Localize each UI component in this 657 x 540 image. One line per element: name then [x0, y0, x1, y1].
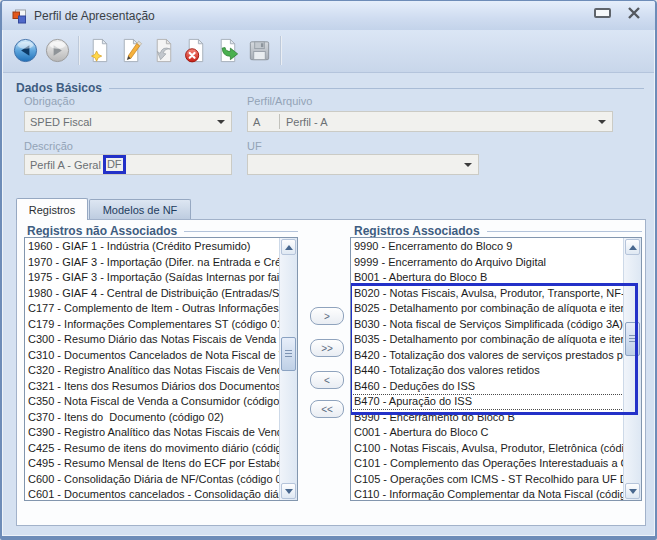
triangle-up-icon — [285, 245, 293, 250]
toolbar-separator — [280, 36, 282, 65]
list-item[interactable]: 9990 - Encerramento do Bloco 9 — [351, 239, 624, 255]
list-item[interactable]: C300 - Resumo Diário das Notas Fiscais d… — [25, 332, 280, 348]
scrollbar-thumb[interactable] — [625, 322, 640, 356]
delete-record-button[interactable] — [181, 36, 210, 65]
descricao-textbox[interactable]: Perfil A - Geral DF — [24, 154, 232, 175]
list-item[interactable]: C495 - Resumo Mensal de Itens do ECF por… — [25, 456, 280, 472]
list-item[interactable]: 1975 - GIAF 3 - Importação (Saídas Inter… — [25, 270, 280, 286]
edit-record-button[interactable] — [117, 36, 146, 65]
back-button[interactable] — [11, 36, 40, 65]
list-item[interactable]: 1970 - GIAF 3 - Importação (Difer. na En… — [25, 255, 280, 271]
list-item[interactable]: B035 - Detalhamento por combinação de al… — [351, 332, 624, 348]
chevron-down-icon — [217, 120, 225, 124]
list-item[interactable]: B440 - Totalização dos valores retidos — [351, 363, 624, 379]
move-right-button[interactable]: > — [310, 307, 344, 325]
list-item[interactable]: C600 - Consolidação Diária de NF/Contas … — [25, 472, 280, 488]
list-item[interactable]: 1980 - GIAF 4 - Central de Distribuição … — [25, 286, 280, 302]
undo-icon — [150, 37, 177, 64]
obrigacao-combobox[interactable]: SPED Fiscal — [24, 111, 232, 132]
tab-modelos-de-nf[interactable]: Modelos de NF — [89, 199, 191, 220]
scroll-down-button[interactable] — [281, 483, 296, 499]
list-item[interactable]: 1960 - GIAF 1 - Indústria (Crédito Presu… — [25, 239, 280, 255]
list-item[interactable]: B020 - Notas Fiscais, Avulsa, Produtor, … — [351, 286, 624, 302]
perfil-arquivo-combobox[interactable]: A Perfil - A — [247, 111, 613, 132]
list-item[interactable]: B470 - Apuração do ISS — [351, 394, 624, 410]
list-item[interactable]: C390 - Registro Analítico das Notas Fisc… — [25, 425, 280, 441]
list-item[interactable]: C370 - Itens do Documento (código 02) — [25, 410, 280, 426]
delete-record-icon — [182, 37, 209, 64]
list-item[interactable]: C177 - Complemento de Item - Outras Info… — [25, 301, 280, 317]
list-item[interactable]: 9999 - Encerramento do Arquivo Digital — [351, 255, 624, 271]
triangle-down-icon — [629, 489, 637, 494]
perfil-code: A — [253, 116, 279, 128]
save-icon — [246, 37, 273, 64]
scrollbar-thumb[interactable] — [281, 337, 296, 371]
right-list-scrollbar[interactable] — [623, 238, 641, 500]
tab-label: Registros — [29, 204, 75, 216]
tab-registros[interactable]: Registros — [16, 198, 88, 220]
list-item[interactable]: C110 - Informação Complementar da Nota F… — [351, 487, 624, 500]
list-title: Registros não Associados — [27, 224, 177, 238]
save-button[interactable] — [245, 36, 274, 65]
forward-icon — [44, 37, 71, 64]
button-label: < — [324, 375, 330, 386]
dialog-window: Perfil de Apresentação — [0, 0, 657, 540]
perfil-arquivo-label: Perfil/Arquivo — [247, 95, 312, 107]
chevron-down-icon — [464, 163, 472, 167]
left-list-scrollbar[interactable] — [279, 238, 297, 500]
list-item[interactable]: B025 - Detalhamento por combinação de al… — [351, 301, 624, 317]
scroll-up-button[interactable] — [625, 239, 640, 255]
edit-record-icon — [118, 37, 145, 64]
import-button[interactable] — [213, 36, 242, 65]
dados-basicos-group: Dados Básicos — [16, 81, 644, 95]
undo-button[interactable] — [149, 36, 178, 65]
list-item[interactable]: B030 - Nota fiscal de Serviços Simplific… — [351, 317, 624, 333]
list-item[interactable]: C321 - Itens dos Resumos Diários dos Doc… — [25, 379, 280, 395]
list-item[interactable]: C179 - Informações Complementares ST (có… — [25, 317, 280, 333]
registros-associados-listbox[interactable]: 9990 - Encerramento do Bloco 99999 - Enc… — [350, 237, 642, 501]
list-item[interactable]: B990 - Encerramento do Bloco B — [351, 410, 624, 426]
list-item[interactable]: C101 - Complemento das Operações Interes… — [351, 456, 624, 472]
move-all-left-button[interactable]: << — [310, 400, 344, 418]
registros-nao-associados-group: Registros não Associados — [27, 224, 298, 238]
list-item[interactable]: C601 - Documentos cancelados - Consolida… — [25, 487, 280, 500]
chevron-down-icon — [598, 120, 606, 124]
list-item[interactable]: C001 - Abertura do Bloco C — [351, 425, 624, 441]
toolbar — [3, 30, 654, 73]
list-item[interactable]: B001 - Abertura do Bloco B — [351, 270, 624, 286]
perfil-value: Perfil - A — [286, 116, 328, 128]
combo-divider — [279, 114, 280, 129]
title-bar[interactable]: Perfil de Apresentação — [2, 1, 655, 30]
triangle-up-icon — [629, 245, 637, 250]
close-button[interactable] — [627, 7, 641, 19]
list-item[interactable]: C350 - Nota Fiscal de Venda a Consumidor… — [25, 394, 280, 410]
registros-nao-associados-listbox[interactable]: 1960 - GIAF 1 - Indústria (Crédito Presu… — [24, 237, 298, 501]
back-icon — [12, 37, 39, 64]
import-icon — [214, 37, 241, 64]
group-title: Dados Básicos — [16, 81, 102, 95]
list-title: Registros Associados — [354, 224, 480, 238]
descricao-label: Descrição — [24, 140, 73, 152]
list-item[interactable]: B420 - Totalização dos valores de serviç… — [351, 348, 624, 364]
minimize-button[interactable] — [594, 8, 611, 18]
scroll-down-button[interactable] — [625, 483, 640, 499]
button-label: >> — [321, 343, 333, 354]
uf-combobox[interactable] — [247, 154, 479, 175]
list-item[interactable]: C310 - Documentos Cancelados de Nota Fis… — [25, 348, 280, 364]
list-items: 9990 - Encerramento do Bloco 99999 - Enc… — [351, 239, 624, 500]
list-item[interactable]: B460 - Deduções do ISS — [351, 379, 624, 395]
scroll-up-button[interactable] — [281, 239, 296, 255]
triangle-down-icon — [285, 489, 293, 494]
descricao-value: Perfil A - Geral — [30, 159, 101, 171]
new-record-button[interactable] — [85, 36, 114, 65]
move-left-button[interactable]: < — [310, 371, 344, 389]
obrigacao-value: SPED Fiscal — [30, 116, 92, 128]
button-label: > — [324, 311, 330, 322]
window-title: Perfil de Apresentação — [34, 9, 155, 23]
list-item[interactable]: C105 - Operações com ICMS - ST Recolhido… — [351, 472, 624, 488]
move-all-right-button[interactable]: >> — [310, 339, 344, 357]
list-item[interactable]: C100 - Notas Fiscais, Avulsa, Produtor, … — [351, 441, 624, 457]
list-item[interactable]: C425 - Resumo de itens do movimento diár… — [25, 441, 280, 457]
list-item[interactable]: C320 - Registro Analítico das Notas Fisc… — [25, 363, 280, 379]
forward-button[interactable] — [43, 36, 72, 65]
